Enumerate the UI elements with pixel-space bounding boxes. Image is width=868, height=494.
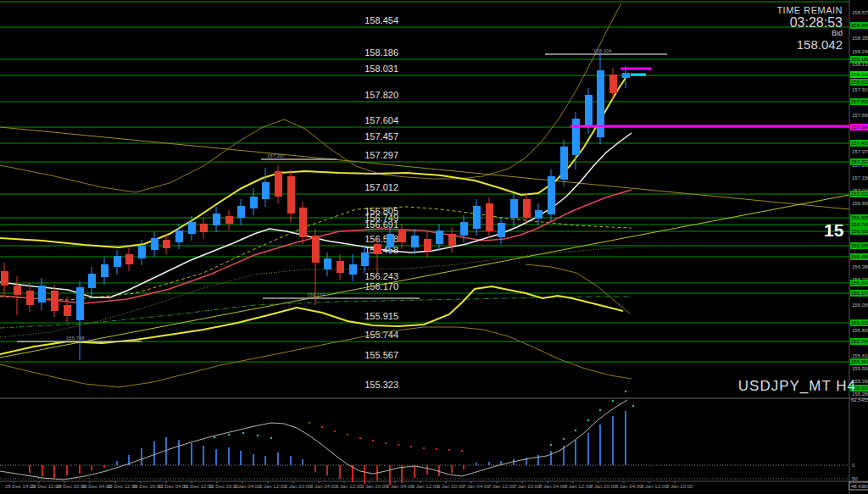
candle-body [486,203,493,231]
candle-body [312,236,320,263]
indicator-bar-up [203,446,204,465]
candle-body [523,199,531,218]
scale-label: 158.245 [852,49,868,54]
candle-body [361,253,369,266]
indicator-dot-red [461,450,463,452]
indicator-bar-up [550,451,552,465]
time-label: 2 Jan 20:00 [285,484,312,489]
indicator-value-label: 48.4381 [851,484,868,489]
price-level-label: 157.820 [364,90,398,100]
indicator-bar-up [625,411,626,465]
indicator-bar-up [277,452,279,465]
scale-level-box-label: 156.243 [851,280,868,286]
indicator-bar-down [29,465,31,473]
candle-body [349,264,357,275]
chart-background [0,0,868,494]
indicator-bar-up [513,459,515,465]
indicator-bar-up [599,425,601,465]
time-remain-label: TIME REMAIN [776,6,843,16]
time-label: 9 Jan 12:00 [641,484,668,489]
indicator-bar-up [264,456,266,465]
candle-body [125,254,133,264]
indicator-dot-red [436,448,437,450]
time-label: 6 Jan 12:00 [412,484,439,489]
candle-body [622,73,630,78]
candle-body [101,264,108,277]
time-label: 7 Jan 04:00 [463,484,490,489]
time-label: 2 Jan 12:00 [259,484,287,489]
scale-label: 155.830 [852,328,868,333]
indicator-bar-down [426,465,428,475]
indicator-bar-up [476,463,477,465]
price-level-label: 158.454 [364,15,398,25]
scale-label: 157.150 [852,175,868,180]
price-level-label: 157.604 [364,115,398,125]
candle-body [51,291,58,311]
price-level-label: 156.243 [364,271,398,281]
scale-level-box-label: 155.744 [851,339,868,344]
indicator-dot-red [347,434,348,436]
candle-body [411,236,419,247]
indicator-bar-down [91,465,92,470]
indicator-bar-down [438,465,440,476]
candle-body [460,222,468,236]
candle-body [250,197,258,208]
indicator-bar-down [463,465,465,469]
indicator-dot-teal [257,435,259,436]
price-level-label: 155.323 [364,380,398,390]
candle-body [448,234,456,246]
time-label: 3 Jan 12:00 [336,484,363,489]
indicator-dot-teal [599,409,601,411]
gray-segment-label: 158.104 [593,48,612,53]
indicator-bar-down [42,465,43,476]
indicator-dot-red [359,437,361,439]
candle-body [510,199,518,218]
scale-level-box-label: 156.170 [851,291,868,296]
indicator-dot-red [448,449,450,451]
overlay-number: 15 [824,220,843,241]
scale-level-box-label: 156.458 [851,254,868,259]
price-level-label: 157.012 [364,182,398,192]
indicator-dot-teal [587,419,589,421]
indicator-bar-up [215,449,217,465]
candle-body [64,305,71,316]
scale-level-box-label: 157.297 [851,159,868,164]
indicator-dot-red [309,422,310,424]
candle-body [436,230,443,244]
time-label: 3 Jan 20:00 [361,484,388,489]
candle-body [213,214,220,225]
indicator-dot-teal [270,437,272,439]
candle-body [287,176,295,214]
trading-terminal-window: 158.454158.186158.031157.820157.604157.4… [0,0,868,494]
indicator-bar-up [290,456,292,465]
indicator-dot-red [410,446,412,447]
candle-body [374,244,381,254]
indicator-bar-down [451,465,453,473]
indicator-dot-teal [625,391,626,392]
scale-label: 158.575 [852,10,868,15]
indicator-bar-up [302,459,303,465]
indicator-bar-down [364,465,365,484]
indicator-bar-up [153,441,155,465]
time-label: 8 Jan 12:00 [565,484,592,489]
candle-body [88,274,96,288]
indicator-bar-up [575,440,576,465]
scale-level-box-label: 156.691 [851,229,868,234]
indicator-bar-down [103,465,105,468]
scale-level-box-label: 158.454 [851,23,868,28]
scale-level-box-label: 155.915 [851,320,868,325]
time-label: 2 Jan 04:00 [234,484,261,489]
indicator-bar-up [488,462,490,465]
indicator-dot-teal [575,430,576,431]
scale-level-box-label: 157.457 [851,141,868,146]
indicator-bar-down [53,465,55,478]
gray-segment-label: 157.297 [267,153,286,158]
gray-segment-label: 155.748 [66,336,85,341]
bid-value: 158.042 [776,38,843,52]
indicator-bar-down [389,465,391,486]
candle-body [114,256,121,267]
candle-body [609,75,617,93]
candle-body [275,171,282,197]
chart-canvas[interactable]: 158.454158.186158.031157.820157.604157.4… [0,0,868,494]
scale-label: 156.050 [852,303,868,308]
